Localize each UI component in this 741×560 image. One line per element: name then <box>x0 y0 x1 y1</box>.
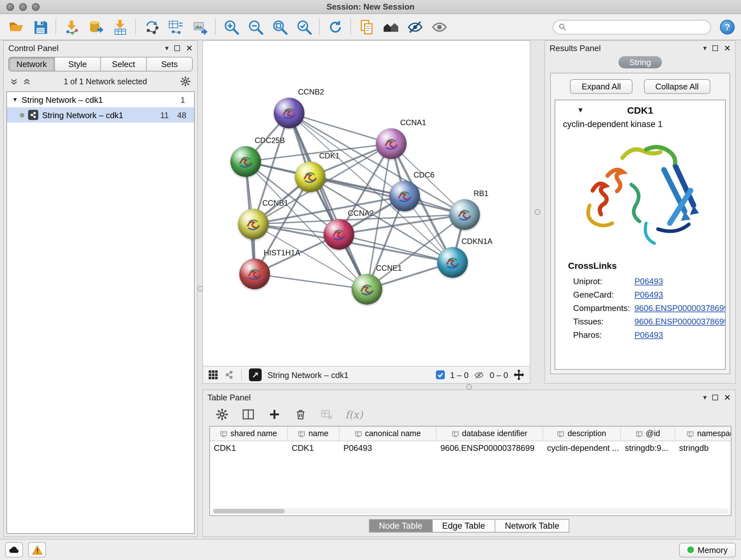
search-input[interactable] <box>569 22 705 31</box>
section-collapse-icon[interactable]: ▼ <box>577 106 584 114</box>
string-tab-badge[interactable]: String <box>618 56 662 68</box>
column-header-shared-name[interactable]: shared name <box>210 427 288 441</box>
crosslink-value-link[interactable]: 9606.ENSP00000378699 <box>634 317 726 326</box>
documents-button[interactable] <box>357 17 376 37</box>
float-panel-icon[interactable] <box>712 394 718 400</box>
table-cell[interactable]: P06493 <box>340 441 436 455</box>
open-in-window-button[interactable]: ↗ <box>249 368 262 381</box>
close-window-button[interactable] <box>6 3 14 10</box>
table-cell[interactable]: stringdb:9... <box>621 441 675 455</box>
zoom-in-button[interactable] <box>221 17 241 37</box>
network-node-hist1h1a[interactable] <box>239 259 270 289</box>
grid-view-icon[interactable] <box>208 370 218 380</box>
protein-section-header[interactable]: ▼ CDK1 <box>555 100 725 119</box>
delete-column-icon[interactable] <box>293 407 308 422</box>
table-panel-divider[interactable] <box>202 384 736 389</box>
table-options-gear-icon[interactable] <box>214 407 230 422</box>
collapse-all-button[interactable]: Collapse All <box>644 79 711 94</box>
tab-style[interactable]: Style <box>55 57 101 71</box>
column-header-namespace[interactable]: namespace <box>675 427 731 441</box>
hide-eye-button[interactable] <box>405 17 424 37</box>
selected-checkbox-icon[interactable] <box>436 370 445 379</box>
import-database-button[interactable] <box>86 17 105 37</box>
crosslink-value-link[interactable]: 9606.ENSP00000378699 <box>634 303 726 313</box>
network-row[interactable]: String Network – cdk1 11 48 <box>7 107 194 123</box>
open-folder-button[interactable] <box>6 17 25 37</box>
network-node-cdc6[interactable] <box>389 181 420 211</box>
network-node-rb1[interactable] <box>449 199 480 230</box>
tab-network-table[interactable]: Network Table <box>495 519 569 533</box>
network-node-ccna2[interactable] <box>324 219 354 250</box>
panel-menu-icon[interactable]: ▾ <box>703 44 706 51</box>
zoom-out-button[interactable] <box>246 17 265 37</box>
float-panel-icon[interactable] <box>174 45 180 51</box>
cloud-status-button[interactable] <box>5 542 23 557</box>
divider-handle[interactable] <box>197 286 203 292</box>
tab-select[interactable]: Select <box>101 57 147 71</box>
network-edge[interactable] <box>289 113 367 289</box>
float-panel-icon[interactable] <box>712 45 718 51</box>
home-network-button[interactable] <box>381 17 400 37</box>
network-node-cdc25b[interactable] <box>230 146 261 177</box>
panel-menu-icon[interactable]: ▾ <box>165 44 169 51</box>
pan-crosshair-icon[interactable] <box>513 369 525 381</box>
hidden-eye-icon[interactable] <box>474 370 484 380</box>
panel-menu-icon[interactable]: ▾ <box>703 394 706 401</box>
warnings-button[interactable] <box>28 542 46 557</box>
table-cell[interactable]: 9606.ENSP00000378699 <box>436 441 543 455</box>
search-box[interactable] <box>553 19 711 34</box>
table-cell[interactable]: cyclin-dependent ... <box>543 441 621 455</box>
maximize-window-button[interactable] <box>32 3 40 10</box>
table-row[interactable]: CDK1CDK1P064939606.ENSP00000378699cyclin… <box>210 441 731 455</box>
column-header-description[interactable]: description <box>543 427 621 441</box>
import-network-button[interactable] <box>62 17 81 37</box>
network-node-cdk1[interactable] <box>295 162 326 192</box>
network-from-selection-button[interactable] <box>142 17 161 37</box>
zoom-fit-button[interactable] <box>270 17 289 37</box>
network-node-ccnb2[interactable] <box>274 98 305 128</box>
crosslink-value-link[interactable]: P06493 <box>634 276 663 286</box>
export-image-button[interactable] <box>190 17 209 37</box>
help-button[interactable]: ? <box>720 19 735 34</box>
expand-all-button[interactable]: Expand All <box>570 79 632 94</box>
tab-network[interactable]: Network <box>8 57 55 71</box>
column-header-name[interactable]: name <box>288 427 340 441</box>
table-cell[interactable]: CDK1 <box>210 441 288 455</box>
network-options-gear-icon[interactable] <box>180 76 191 87</box>
expand-all-networks-icon[interactable] <box>10 78 18 85</box>
tab-edge-table[interactable]: Edge Table <box>432 519 495 533</box>
collapse-all-networks-icon[interactable] <box>23 78 30 85</box>
collection-expand-icon[interactable]: ▼ <box>12 97 18 103</box>
column-header--id[interactable]: @id <box>621 427 675 441</box>
network-collection-row[interactable]: ▼ String Network – cdk1 1 <box>7 92 194 107</box>
network-table-button[interactable] <box>166 17 185 37</box>
crosslink-value-link[interactable]: P06493 <box>634 290 663 300</box>
crosslink-value-link[interactable]: P06493 <box>634 330 663 340</box>
close-panel-icon[interactable]: ✕ <box>186 44 193 52</box>
control-panel-divider[interactable] <box>198 40 202 537</box>
save-button[interactable] <box>30 17 50 37</box>
close-panel-icon[interactable]: ✕ <box>724 393 731 401</box>
network-edge[interactable] <box>289 113 391 144</box>
horizontal-scrollbar[interactable] <box>212 508 729 514</box>
minimize-window-button[interactable] <box>19 3 27 10</box>
refresh-button[interactable] <box>326 17 345 37</box>
divider-handle[interactable] <box>466 384 472 389</box>
tab-node-table[interactable]: Node Table <box>368 519 432 533</box>
column-header-canonical-name[interactable]: canonical name <box>340 427 436 441</box>
table-cell[interactable]: stringdb <box>675 441 731 455</box>
tab-sets[interactable]: Sets <box>147 57 193 71</box>
import-table-button[interactable] <box>111 17 130 37</box>
show-columns-icon[interactable] <box>241 407 256 422</box>
zoom-selected-button[interactable] <box>294 17 313 37</box>
scrollbar-thumb[interactable] <box>213 509 285 513</box>
detach-view-icon[interactable] <box>224 370 234 380</box>
network-node-ccne1[interactable] <box>352 274 382 305</box>
network-canvas[interactable]: CCNB2CCNA1CDC25BCDK1CDC6RB1CCNB1CCNA2CDK… <box>203 41 530 366</box>
network-node-cdkn1a[interactable] <box>437 247 468 278</box>
table-cell[interactable]: CDK1 <box>288 441 340 455</box>
memory-button[interactable]: Memory <box>679 543 736 557</box>
close-panel-icon[interactable]: ✕ <box>724 44 731 52</box>
column-header-database-identifier[interactable]: database identifier <box>436 427 543 441</box>
network-node-ccnb1[interactable] <box>238 209 269 240</box>
